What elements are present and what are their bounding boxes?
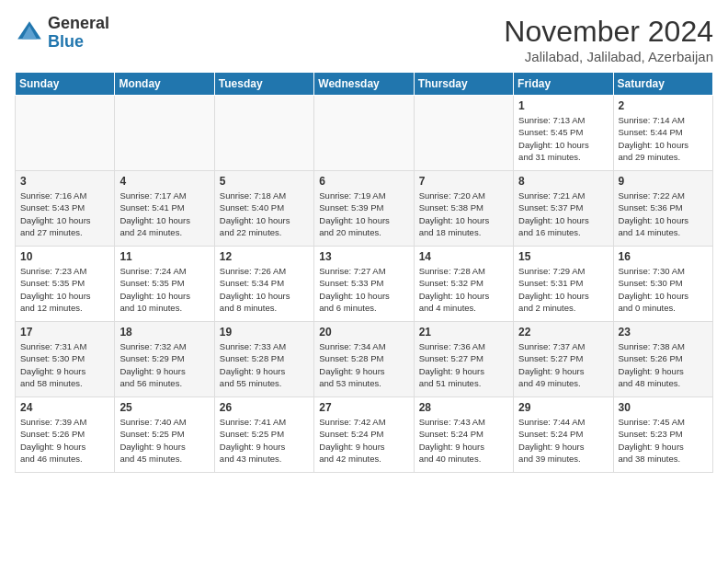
day-info: Sunrise: 7:43 AM Sunset: 5:24 PM Dayligh…	[419, 416, 508, 465]
day-info: Sunrise: 7:38 AM Sunset: 5:26 PM Dayligh…	[619, 340, 708, 389]
logo: General Blue	[15, 15, 109, 52]
day-number: 15	[518, 250, 608, 263]
calendar-cell: 9Sunrise: 7:22 AM Sunset: 5:36 PM Daylig…	[613, 171, 712, 247]
calendar-cell	[414, 96, 513, 171]
logo-icon	[15, 18, 44, 48]
day-number: 17	[20, 326, 109, 339]
weekday-header: Monday	[115, 73, 214, 96]
day-number: 26	[220, 401, 309, 414]
calendar-cell: 25Sunrise: 7:40 AM Sunset: 5:25 PM Dayli…	[115, 397, 214, 473]
calendar-body: 1Sunrise: 7:13 AM Sunset: 5:45 PM Daylig…	[16, 96, 713, 473]
calendar-cell: 17Sunrise: 7:31 AM Sunset: 5:30 PM Dayli…	[16, 322, 115, 397]
day-info: Sunrise: 7:22 AM Sunset: 5:36 PM Dayligh…	[619, 190, 708, 238]
calendar-cell: 5Sunrise: 7:18 AM Sunset: 5:40 PM Daylig…	[214, 171, 313, 247]
title-block: November 2024 Jalilabad, Jalilabad, Azer…	[504, 15, 713, 64]
day-info: Sunrise: 7:45 AM Sunset: 5:23 PM Dayligh…	[619, 416, 708, 465]
day-number: 5	[220, 175, 309, 188]
day-number: 19	[220, 326, 309, 339]
day-number: 3	[20, 175, 109, 188]
day-info: Sunrise: 7:17 AM Sunset: 5:41 PM Dayligh…	[119, 190, 209, 238]
calendar-cell	[115, 96, 214, 171]
day-number: 11	[119, 250, 209, 263]
day-info: Sunrise: 7:40 AM Sunset: 5:25 PM Dayligh…	[119, 416, 209, 465]
calendar-cell	[314, 96, 414, 171]
day-number: 24	[20, 401, 109, 414]
calendar-cell: 23Sunrise: 7:38 AM Sunset: 5:26 PM Dayli…	[613, 322, 712, 397]
day-number: 25	[119, 401, 209, 414]
weekday-header: Wednesday	[314, 73, 414, 96]
day-info: Sunrise: 7:42 AM Sunset: 5:24 PM Dayligh…	[319, 416, 408, 465]
calendar-cell: 30Sunrise: 7:45 AM Sunset: 5:23 PM Dayli…	[613, 397, 712, 473]
day-info: Sunrise: 7:14 AM Sunset: 5:44 PM Dayligh…	[619, 114, 708, 163]
day-info: Sunrise: 7:16 AM Sunset: 5:43 PM Dayligh…	[20, 190, 109, 238]
day-info: Sunrise: 7:41 AM Sunset: 5:25 PM Dayligh…	[220, 416, 309, 465]
calendar: SundayMondayTuesdayWednesdayThursdayFrid…	[15, 72, 713, 473]
location: Jalilabad, Jalilabad, Azerbaijan	[504, 49, 713, 64]
day-number: 4	[119, 175, 209, 188]
calendar-cell: 16Sunrise: 7:30 AM Sunset: 5:30 PM Dayli…	[613, 247, 712, 322]
day-number: 14	[419, 250, 508, 263]
weekday-header: Saturday	[613, 73, 712, 96]
day-info: Sunrise: 7:20 AM Sunset: 5:38 PM Dayligh…	[419, 190, 508, 238]
calendar-cell: 15Sunrise: 7:29 AM Sunset: 5:31 PM Dayli…	[514, 247, 613, 322]
day-info: Sunrise: 7:28 AM Sunset: 5:32 PM Dayligh…	[419, 265, 508, 314]
calendar-cell: 19Sunrise: 7:33 AM Sunset: 5:28 PM Dayli…	[214, 322, 313, 397]
day-number: 13	[319, 250, 408, 263]
calendar-cell: 29Sunrise: 7:44 AM Sunset: 5:24 PM Dayli…	[514, 397, 613, 473]
calendar-cell: 6Sunrise: 7:19 AM Sunset: 5:39 PM Daylig…	[314, 171, 414, 247]
calendar-cell: 27Sunrise: 7:42 AM Sunset: 5:24 PM Dayli…	[314, 397, 414, 473]
calendar-week-row: 10Sunrise: 7:23 AM Sunset: 5:35 PM Dayli…	[16, 247, 713, 322]
day-info: Sunrise: 7:24 AM Sunset: 5:35 PM Dayligh…	[119, 265, 209, 314]
day-info: Sunrise: 7:30 AM Sunset: 5:30 PM Dayligh…	[619, 265, 708, 314]
day-info: Sunrise: 7:23 AM Sunset: 5:35 PM Dayligh…	[20, 265, 109, 314]
calendar-cell: 20Sunrise: 7:34 AM Sunset: 5:28 PM Dayli…	[314, 322, 414, 397]
day-info: Sunrise: 7:21 AM Sunset: 5:37 PM Dayligh…	[518, 190, 608, 238]
calendar-cell: 22Sunrise: 7:37 AM Sunset: 5:27 PM Dayli…	[514, 322, 613, 397]
calendar-cell: 8Sunrise: 7:21 AM Sunset: 5:37 PM Daylig…	[514, 171, 613, 247]
day-number: 9	[619, 175, 708, 188]
day-info: Sunrise: 7:39 AM Sunset: 5:26 PM Dayligh…	[20, 416, 109, 465]
calendar-cell	[214, 96, 313, 171]
day-number: 8	[518, 175, 608, 188]
calendar-week-row: 17Sunrise: 7:31 AM Sunset: 5:30 PM Dayli…	[16, 322, 713, 397]
weekday-header: Sunday	[16, 73, 115, 96]
day-number: 7	[419, 175, 508, 188]
day-number: 21	[419, 326, 508, 339]
calendar-week-row: 3Sunrise: 7:16 AM Sunset: 5:43 PM Daylig…	[16, 171, 713, 247]
day-info: Sunrise: 7:44 AM Sunset: 5:24 PM Dayligh…	[518, 416, 608, 465]
calendar-cell: 18Sunrise: 7:32 AM Sunset: 5:29 PM Dayli…	[115, 322, 214, 397]
calendar-cell: 11Sunrise: 7:24 AM Sunset: 5:35 PM Dayli…	[115, 247, 214, 322]
calendar-cell: 10Sunrise: 7:23 AM Sunset: 5:35 PM Dayli…	[16, 247, 115, 322]
day-info: Sunrise: 7:33 AM Sunset: 5:28 PM Dayligh…	[220, 340, 309, 389]
calendar-cell: 28Sunrise: 7:43 AM Sunset: 5:24 PM Dayli…	[414, 397, 513, 473]
calendar-cell: 2Sunrise: 7:14 AM Sunset: 5:44 PM Daylig…	[613, 96, 712, 171]
calendar-cell: 4Sunrise: 7:17 AM Sunset: 5:41 PM Daylig…	[115, 171, 214, 247]
day-info: Sunrise: 7:26 AM Sunset: 5:34 PM Dayligh…	[220, 265, 309, 314]
day-number: 23	[619, 326, 708, 339]
logo-text: General Blue	[48, 15, 109, 52]
calendar-cell: 21Sunrise: 7:36 AM Sunset: 5:27 PM Dayli…	[414, 322, 513, 397]
day-info: Sunrise: 7:34 AM Sunset: 5:28 PM Dayligh…	[319, 340, 408, 389]
day-number: 29	[518, 401, 608, 414]
day-number: 30	[619, 401, 708, 414]
page-header: General Blue November 2024 Jalilabad, Ja…	[15, 15, 713, 64]
day-info: Sunrise: 7:19 AM Sunset: 5:39 PM Dayligh…	[319, 190, 408, 238]
day-info: Sunrise: 7:31 AM Sunset: 5:30 PM Dayligh…	[20, 340, 109, 389]
calendar-week-row: 1Sunrise: 7:13 AM Sunset: 5:45 PM Daylig…	[16, 96, 713, 171]
weekday-header: Tuesday	[214, 73, 313, 96]
calendar-cell: 13Sunrise: 7:27 AM Sunset: 5:33 PM Dayli…	[314, 247, 414, 322]
day-info: Sunrise: 7:27 AM Sunset: 5:33 PM Dayligh…	[319, 265, 408, 314]
month-title: November 2024	[504, 15, 713, 49]
calendar-week-row: 24Sunrise: 7:39 AM Sunset: 5:26 PM Dayli…	[16, 397, 713, 473]
day-number: 18	[119, 326, 209, 339]
day-number: 6	[319, 175, 408, 188]
calendar-cell: 26Sunrise: 7:41 AM Sunset: 5:25 PM Dayli…	[214, 397, 313, 473]
weekday-header: Thursday	[414, 73, 513, 96]
calendar-cell: 7Sunrise: 7:20 AM Sunset: 5:38 PM Daylig…	[414, 171, 513, 247]
day-number: 1	[518, 99, 608, 112]
day-info: Sunrise: 7:32 AM Sunset: 5:29 PM Dayligh…	[119, 340, 209, 389]
day-info: Sunrise: 7:36 AM Sunset: 5:27 PM Dayligh…	[419, 340, 508, 389]
day-number: 28	[419, 401, 508, 414]
day-info: Sunrise: 7:37 AM Sunset: 5:27 PM Dayligh…	[518, 340, 608, 389]
day-number: 20	[319, 326, 408, 339]
